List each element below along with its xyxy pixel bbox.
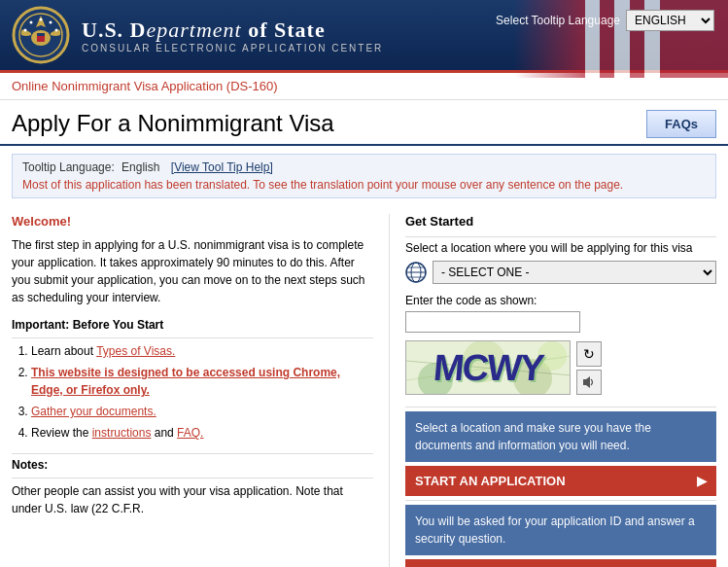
svg-point-8 xyxy=(50,21,52,24)
svg-rect-5 xyxy=(37,33,45,36)
site-header: U.S. Department of State Consular Electr… xyxy=(0,0,728,73)
list-item-4: Review the instructions and FAQ. xyxy=(31,424,373,442)
notes-text: Other people can assist you with your vi… xyxy=(12,482,373,517)
faq-button[interactable]: FAQs xyxy=(646,110,716,138)
code-label: Enter the code as shown: xyxy=(405,294,716,307)
location-select[interactable]: - SELECT ONE - xyxy=(433,261,716,284)
left-column: Welcome! The first step in applying for … xyxy=(12,214,390,567)
captcha-input[interactable] xyxy=(405,311,580,333)
list-item-1: Learn about Types of Visas. xyxy=(31,342,373,360)
svg-point-10 xyxy=(55,29,58,32)
important-title: Important: Before You Start xyxy=(12,318,373,332)
location-label: Select a location where you will be appl… xyxy=(405,241,716,255)
svg-point-7 xyxy=(30,21,33,24)
notes-title: Notes: xyxy=(12,458,373,472)
captcha-buttons: ↻ xyxy=(576,341,602,395)
breadcrumb-link[interactable]: Online Nonimmigrant Visa Application (DS… xyxy=(12,79,278,93)
page-title-area: Apply For a Nonimmigrant Visa FAQs xyxy=(0,100,728,146)
right-divider-2 xyxy=(405,407,716,408)
before-you-start-list: Learn about Types of Visas. This website… xyxy=(12,342,373,442)
divider-3 xyxy=(12,478,373,478)
get-started-title: Get Started xyxy=(405,214,716,229)
main-content: Welcome! The first step in applying for … xyxy=(0,206,728,567)
tooltip-lang-display: English xyxy=(121,160,159,174)
divider-1 xyxy=(12,337,373,338)
svg-point-9 xyxy=(24,29,27,32)
retrieve-section: You will be asked for your application I… xyxy=(405,505,716,567)
globe-icon xyxy=(405,262,427,283)
svg-point-6 xyxy=(40,18,43,21)
right-column: Get Started Select a location where you … xyxy=(405,214,716,567)
tooltip-prefix: Tooltip Language: xyxy=(22,160,115,174)
tooltip-lang-area: Select Tooltip Language ENGLISH ESPAÑOL … xyxy=(496,10,714,31)
welcome-title: Welcome! xyxy=(12,214,373,229)
start-info-box: Select a location and make sure you have… xyxy=(405,411,716,462)
captcha-refresh-button[interactable]: ↻ xyxy=(576,341,602,367)
captcha-audio-button[interactable] xyxy=(576,370,602,395)
right-divider-1 xyxy=(405,236,716,237)
translation-notice: Most of this application has been transl… xyxy=(22,178,706,192)
browser-notice-link[interactable]: This website is designed to be accessed … xyxy=(31,366,340,397)
list-item-3: Gather your documents. xyxy=(31,403,373,420)
gather-docs-link[interactable]: Gather your documents. xyxy=(31,405,156,418)
info-banner: Tooltip Language: English [View Tool Tip… xyxy=(12,154,716,198)
start-btn-arrow: ▶ xyxy=(697,474,707,488)
types-of-visas-link[interactable]: Types of Visas. xyxy=(96,344,175,358)
tooltip-lang-label: Select Tooltip Language xyxy=(496,14,620,27)
instructions-link[interactable]: instructions xyxy=(92,426,152,440)
captcha-area: MCWY ↻ xyxy=(405,340,716,395)
start-btn-label: START AN APPLICATION xyxy=(415,474,566,488)
page-title: Apply For a Nonimmigrant Visa xyxy=(12,110,334,137)
location-row: - SELECT ONE - xyxy=(405,261,716,284)
retrieve-application-button[interactable]: RETRIEVE AN APPLICATION ▶ xyxy=(405,559,716,567)
welcome-text: The first step in applying for a U.S. no… xyxy=(12,236,373,306)
divider-2 xyxy=(12,453,373,454)
start-application-button[interactable]: START AN APPLICATION ▶ xyxy=(405,466,716,496)
retrieve-info-box: You will be asked for your application I… xyxy=(405,505,716,555)
right-divider-3 xyxy=(405,500,716,501)
list-item-2: This website is designed to be accessed … xyxy=(31,364,373,399)
tooltip-lang-select[interactable]: ENGLISH ESPAÑOL FRANÇAIS xyxy=(626,10,714,31)
svg-rect-23 xyxy=(583,379,586,385)
tooltip-line: Tooltip Language: English [View Tool Tip… xyxy=(22,160,706,174)
svg-marker-24 xyxy=(586,376,590,388)
captcha-image: MCWY xyxy=(405,340,571,395)
captcha-text: MCWY xyxy=(432,347,544,389)
faq-link[interactable]: FAQ. xyxy=(177,426,203,440)
seal-icon xyxy=(12,6,70,64)
view-tooltip-help-link[interactable]: [View Tool Tip Help] xyxy=(171,160,273,174)
